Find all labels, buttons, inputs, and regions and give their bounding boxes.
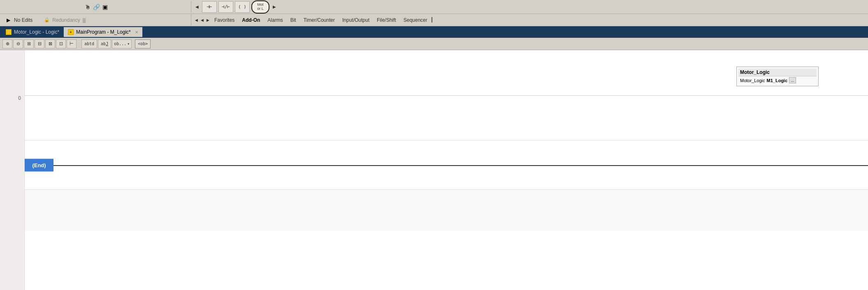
mot-or-l-btn[interactable]: Mot or L <box>251 0 269 14</box>
play-button[interactable]: ▶ <box>5 17 12 23</box>
zoom-out-button[interactable]: ⊖ <box>13 39 23 48</box>
zoom-out-icon: ⊖ <box>16 41 20 46</box>
rung-0-line <box>25 95 868 96</box>
no-edits-label: No Edits <box>14 17 32 23</box>
cat-alarms[interactable]: Alarms <box>264 15 286 25</box>
zoom-in-button[interactable]: ⊕ <box>2 39 12 48</box>
toolbar-second: ▶ No Edits 🔒 Redundancy ▒ ◀ ◀ ▶ Favorite… <box>0 14 868 26</box>
rung-area: Motor_Logic Motor_Logic M1_Logic ... (En… <box>25 50 868 290</box>
editor-area: 0 Motor_Logic Motor_Logic M1_Logic ... <box>0 50 868 290</box>
code-button[interactable]: <ob> <box>135 39 151 48</box>
module-icon[interactable]: ▣ <box>102 4 108 10</box>
cat-nav-left1[interactable]: ◀ <box>194 18 199 23</box>
ob-dropdown[interactable]: ob... ▾ <box>112 39 132 48</box>
cat-more-icon[interactable]: ▎ <box>432 17 435 23</box>
cat-bit[interactable]: Bit <box>287 15 299 25</box>
rung-0: Motor_Logic Motor_Logic M1_Logic ... <box>25 50 868 140</box>
fit-icon: ⊞ <box>27 41 31 46</box>
toolbar-top-left: 🖱 🔗 ▣ <box>2 4 191 10</box>
nav-right-arrow[interactable]: ▶ <box>271 4 278 10</box>
editor-empty-space <box>25 190 868 231</box>
tab-main-program[interactable]: ≡ MainProgram - M_Logic* ✕ <box>64 27 143 37</box>
indicator-icon: ▒ <box>83 18 86 23</box>
editor-btn-7-icon: ⊢ <box>70 41 74 46</box>
motor-logic-tab-label: Motor_Logic - Logic* <box>14 29 59 35</box>
cat-nav-left2[interactable]: ◀ <box>200 18 204 23</box>
motor-logic-field-value: M1_Logic <box>767 78 788 83</box>
main-editor: 0 Motor_Logic Motor_Logic M1_Logic ... <box>0 50 868 290</box>
motor-logic-block-title: Motor_Logic <box>738 69 817 76</box>
toolbar-top: 🖱 🔗 ▣ ◀ ⊣⊢ ⊣/⊢ ( ) Mot or L ▶ <box>0 0 868 14</box>
end-label: (End) <box>25 159 53 171</box>
tab-bar: ≡ Motor_Logic - Logic* ≡ MainProgram - M… <box>0 26 868 38</box>
motor-logic-block: Motor_Logic Motor_Logic M1_Logic ... <box>736 67 819 86</box>
cat-sequencer[interactable]: Sequencer <box>400 15 431 25</box>
tab-motor-logic[interactable]: ≡ Motor_Logic - Logic* <box>2 27 64 37</box>
rung-end: (End) <box>25 140 868 190</box>
or-l-label: or L <box>257 7 264 11</box>
cat-input-output[interactable]: Input/Output <box>339 15 373 25</box>
abtd-button[interactable]: abtd <box>81 39 97 48</box>
ab-j-button[interactable]: abJ <box>98 39 111 48</box>
contact-nc-btn[interactable]: ⊣/⊢ <box>218 1 233 13</box>
editor-btn-5-icon: ⊠ <box>49 41 52 46</box>
ob-dropdown-chevron: ▾ <box>127 41 130 46</box>
instruction-categories: ◀ ◀ ▶ Favorites Add-On Alarms Bit Timer/… <box>191 15 866 25</box>
editor-btn-7[interactable]: ⊢ <box>67 39 77 48</box>
cat-timer-counter[interactable]: Timer/Counter <box>300 15 338 25</box>
rung-number-0: 0 <box>0 95 21 101</box>
ob-dropdown-label: ob... <box>114 41 126 46</box>
motor-logic-tab-icon: ≡ <box>6 29 12 35</box>
redundancy-label: Redundancy <box>52 17 80 23</box>
editor-btn-4-icon: ⊟ <box>38 41 42 46</box>
network-icon[interactable]: 🔗 <box>93 4 100 10</box>
tab-close-button[interactable]: ✕ <box>135 30 138 35</box>
line-numbers: 0 <box>0 50 25 290</box>
toolbar-top-right: ◀ ⊣⊢ ⊣/⊢ ( ) Mot or L ▶ <box>191 0 866 14</box>
cursor-icon[interactable]: 🖱 <box>85 4 91 10</box>
main-program-tab-label: MainProgram - M_Logic* <box>76 29 131 35</box>
motor-logic-field-label: Motor_Logic <box>740 78 765 83</box>
zoom-in-icon: ⊕ <box>6 41 9 46</box>
main-program-tab-icon: ≡ <box>68 29 74 35</box>
cat-nav-right[interactable]: ▶ <box>205 18 210 23</box>
cat-add-on[interactable]: Add-On <box>239 15 263 25</box>
lock-icon: 🔒 <box>44 17 50 23</box>
coil-btn[interactable]: ( ) <box>235 1 250 13</box>
editor-toolbar: ⊕ ⊖ ⊞ ⊟ ⊠ ⊡ ⊢ abtd abJ ob... ▾ <ob> <box>0 38 868 50</box>
motor-logic-block-row: Motor_Logic M1_Logic ... <box>738 76 817 84</box>
editor-btn-6[interactable]: ⊡ <box>56 39 66 48</box>
editor-btn-4[interactable]: ⊟ <box>35 39 44 48</box>
nav-left-arrow[interactable]: ◀ <box>194 4 200 10</box>
fit-button[interactable]: ⊞ <box>24 39 34 48</box>
cat-file-shift[interactable]: File/Shift <box>374 15 399 25</box>
editor-btn-6-icon: ⊡ <box>59 41 63 46</box>
toolbar-second-left: ▶ No Edits 🔒 Redundancy ▒ <box>2 17 191 23</box>
cat-favorites[interactable]: Favorites <box>211 15 238 25</box>
end-line <box>53 165 868 166</box>
motor-logic-dots-button[interactable]: ... <box>789 77 796 83</box>
contact-no-btn[interactable]: ⊣⊢ <box>202 1 217 13</box>
editor-btn-5[interactable]: ⊠ <box>45 39 55 48</box>
